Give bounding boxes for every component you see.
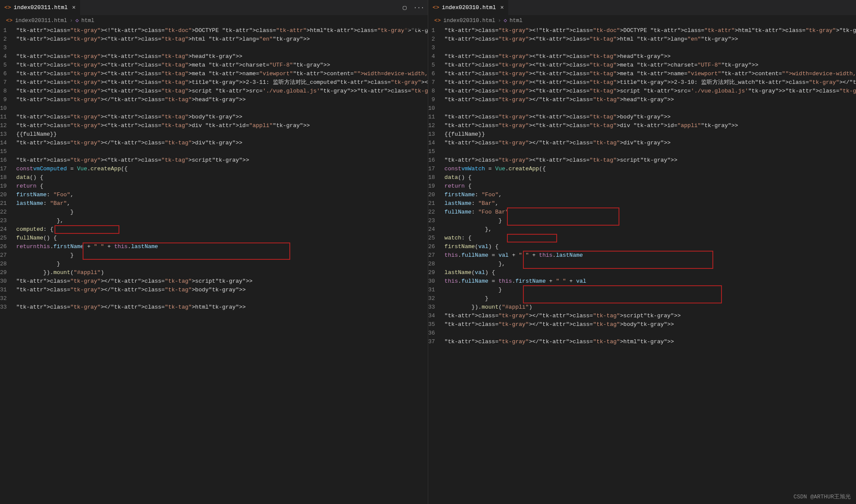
left-pane: <> index020311.html × ▢ ··· <> index0203… xyxy=(0,0,428,504)
split-editor-icon[interactable]: ▢ xyxy=(399,3,410,12)
crumb-file: index020310.html xyxy=(443,16,495,25)
more-actions-icon[interactable]: ··· xyxy=(410,3,428,12)
html-file-icon: <> xyxy=(6,16,13,25)
editor-left[interactable]: 1234567891011121314151617181920212223242… xyxy=(0,26,428,504)
code-area[interactable]: "tk-attr">class="tk-gray"><!"tk-attr">cl… xyxy=(443,26,856,504)
line-gutter: 1234567891011121314151617181920212223242… xyxy=(428,26,443,504)
close-icon[interactable]: × xyxy=(500,5,503,11)
breadcrumb[interactable]: <> index020311.html › ◇ html xyxy=(0,15,428,26)
line-gutter: 1234567891011121314151617181920212223242… xyxy=(0,26,15,504)
crumb-file: index020311.html xyxy=(15,16,67,25)
minimap[interactable] xyxy=(402,26,428,30)
tab-label: index020311.html xyxy=(14,3,68,12)
code-area[interactable]: "tk-attr">class="tk-gray"><!"tk-attr">cl… xyxy=(15,26,428,504)
tab-file[interactable]: <> index020310.html × xyxy=(428,0,508,15)
html-file-icon: <> xyxy=(433,3,439,12)
right-pane: <> index020310.html × <> index020310.htm… xyxy=(428,0,856,504)
close-icon[interactable]: × xyxy=(72,5,75,11)
editor-split: <> index020311.html × ▢ ··· <> index0203… xyxy=(0,0,856,504)
crumb-symbol: html xyxy=(81,16,94,25)
crumb-symbol: html xyxy=(510,16,523,25)
html-file-icon: <> xyxy=(434,16,441,25)
chevron-right-icon: › xyxy=(498,16,501,25)
editor-right[interactable]: 1234567891011121314151617181920212223242… xyxy=(428,26,856,504)
tab-bar-left: <> index020311.html × ▢ ··· xyxy=(0,0,428,15)
watermark: CSDN @ARTHUR王旭光 xyxy=(793,493,851,501)
html-file-icon: <> xyxy=(4,3,11,12)
tab-bar-right: <> index020310.html × xyxy=(428,0,856,15)
breadcrumb[interactable]: <> index020310.html › ◇ html xyxy=(428,15,856,26)
tab-label: index020310.html xyxy=(442,3,496,12)
symbol-icon: ◇ xyxy=(76,16,79,25)
symbol-icon: ◇ xyxy=(504,16,507,25)
tab-file[interactable]: <> index020311.html × xyxy=(0,0,80,15)
chevron-right-icon: › xyxy=(70,16,73,25)
